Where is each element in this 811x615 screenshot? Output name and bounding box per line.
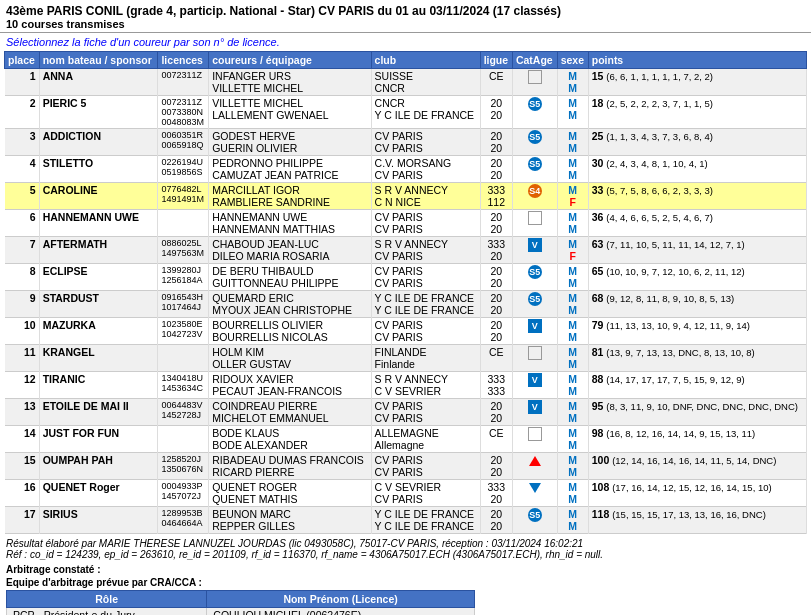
col-club: club	[371, 52, 480, 69]
ligue-cell: 333333	[480, 372, 512, 399]
points-cell: 15 (6, 6, 1, 1, 1, 1, 1, 7, 2, 2)	[588, 69, 806, 96]
place-cell: 10	[5, 318, 40, 345]
jury-body: PCP - Président-e du JuryCOULIOU MICHEL …	[7, 608, 475, 616]
ligue-cell: CE	[480, 345, 512, 372]
table-body: 1ANNA0072311ZINFANGER URSVILLETTE MICHEL…	[5, 69, 807, 534]
catage-cell: S5	[512, 264, 557, 291]
sex-cell: MM	[557, 291, 588, 318]
clubs-cell: CV PARISCV PARIS	[371, 264, 480, 291]
catage-cell: V	[512, 237, 557, 264]
sex-cell: MM	[557, 96, 588, 129]
catage-cell: S4	[512, 183, 557, 210]
boat-name: ANNA	[39, 69, 158, 96]
clubs-cell: SUISSECNCR	[371, 69, 480, 96]
catage-badge: S4	[528, 184, 542, 198]
boat-name: STILETTO	[39, 156, 158, 183]
boat-name: MAZURKA	[39, 318, 158, 345]
sailors-cell: HANNEMANN UWEHANNEMANN MATTHIAS	[209, 210, 371, 237]
ligue-cell: CE	[480, 426, 512, 453]
boat-name: ADDICTION	[39, 129, 158, 156]
ligue-cell: 33320	[480, 237, 512, 264]
catage-badge: S5	[528, 97, 542, 111]
catage-cell	[512, 480, 557, 507]
sailors-cell: BODE KLAUSBODE ALEXANDER	[209, 426, 371, 453]
page-title: 43ème PARIS CONIL (grade 4, particip. Na…	[6, 4, 805, 18]
licences-cell: 0886025L1497563M	[158, 237, 209, 264]
ligue-cell: 2020	[480, 318, 512, 345]
clubs-cell: ALLEMAGNEAllemagne	[371, 426, 480, 453]
clubs-cell: CV PARISCV PARIS	[371, 210, 480, 237]
place-cell: 3	[5, 129, 40, 156]
sailors-cell: GODEST HERVEGUERIN OLIVIER	[209, 129, 371, 156]
jury-table: Rôle Nom Prénom (Licence) PCP - Présiden…	[6, 590, 475, 615]
boat-name: PIERIC 5	[39, 96, 158, 129]
licences-cell	[158, 426, 209, 453]
licences-cell: 1258520J1350676N	[158, 453, 209, 480]
catage-badge: V	[528, 373, 542, 387]
licences-cell: 1399280J1256184A	[158, 264, 209, 291]
catage-badge	[528, 70, 542, 84]
table-row: 6HANNEMANN UWEHANNEMANN UWEHANNEMANN MAT…	[5, 210, 807, 237]
sex-cell: MM	[557, 210, 588, 237]
clubs-cell: Y C ILE DE FRANCEY C ILE DE FRANCE	[371, 507, 480, 534]
ligue-cell: CE	[480, 69, 512, 96]
licences-cell	[158, 210, 209, 237]
ligue-cell: 2020	[480, 507, 512, 534]
catage-badge: V	[528, 400, 542, 414]
place-cell: 16	[5, 480, 40, 507]
catage-cell	[512, 69, 557, 96]
clubs-cell: CNCRY C ILE DE FRANCE	[371, 96, 480, 129]
sailors-cell: VILLETTE MICHELLALLEMENT GWENAEL	[209, 96, 371, 129]
ligue-cell: 333112	[480, 183, 512, 210]
catage-cell: S5	[512, 129, 557, 156]
licences-cell: 0060351R0065918Q	[158, 129, 209, 156]
boat-name: AFTERMATH	[39, 237, 158, 264]
catage-cell: V	[512, 372, 557, 399]
place-cell: 8	[5, 264, 40, 291]
boat-name: OUMPAH PAH	[39, 453, 158, 480]
catage-badge: S5	[528, 292, 542, 306]
boat-name: CAROLINE	[39, 183, 158, 210]
points-cell: 30 (2, 4, 3, 4, 8, 1, 10, 4, 1)	[588, 156, 806, 183]
clubs-cell: CV PARISCV PARIS	[371, 453, 480, 480]
col-sailors: coureurs / équipage	[209, 52, 371, 69]
sailors-cell: CHABOUD JEAN-LUCDILEO MARIA ROSARIA	[209, 237, 371, 264]
sailors-cell: PEDRONNO PHILIPPECAMUZAT JEAN PATRICE	[209, 156, 371, 183]
sailors-cell: HOLM KIMOLLER GUSTAV	[209, 345, 371, 372]
sailors-cell: MARCILLAT IGORRAMBLIERE SANDRINE	[209, 183, 371, 210]
result-line: Résultat élaboré par MARIE THERESE LANNU…	[6, 538, 805, 549]
sailors-cell: RIDOUX XAVIERPECAUT JEAN-FRANCOIS	[209, 372, 371, 399]
points-cell: 25 (1, 1, 3, 4, 3, 7, 3, 6, 8, 4)	[588, 129, 806, 156]
sex-cell: MF	[557, 183, 588, 210]
licences-cell: 0226194U0519856S	[158, 156, 209, 183]
catage-cell: V	[512, 399, 557, 426]
equipe-title: Equipe d'arbitrage prévue par CRA/CCA :	[6, 577, 805, 588]
catage-cell: S5	[512, 291, 557, 318]
sailors-cell: INFANGER URSVILLETTE MICHEL	[209, 69, 371, 96]
place-cell: 14	[5, 426, 40, 453]
points-cell: 63 (7, 11, 10, 5, 11, 11, 14, 12, 7, 1)	[588, 237, 806, 264]
catage-badge	[529, 456, 541, 466]
table-row: 17SIRIUS1289953B0464664ABEUNON MARCREPPE…	[5, 507, 807, 534]
col-boat: nom bateau / sponsor	[39, 52, 158, 69]
catage-badge: V	[528, 238, 542, 252]
arbitrage-title: Arbitrage constaté :	[6, 564, 805, 575]
points-cell: 88 (14, 17, 17, 17, 7, 5, 15, 9, 12, 9)	[588, 372, 806, 399]
boat-name: KRANGEL	[39, 345, 158, 372]
table-row: 7AFTERMATH0886025L1497563MCHABOUD JEAN-L…	[5, 237, 807, 264]
points-cell: 100 (12, 14, 16, 14, 16, 14, 11, 5, 14, …	[588, 453, 806, 480]
jury-col-name: Nom Prénom (Licence)	[207, 591, 474, 608]
col-catage: CatAge	[512, 52, 557, 69]
ligue-cell: 2020	[480, 453, 512, 480]
catage-badge	[529, 483, 541, 493]
catage-badge: S5	[528, 130, 542, 144]
clubs-cell: Y C ILE DE FRANCEY C ILE DE FRANCE	[371, 291, 480, 318]
clubs-cell: C.V. MORSANGCV PARIS	[371, 156, 480, 183]
catage-badge: S5	[528, 508, 542, 522]
place-cell: 6	[5, 210, 40, 237]
ligue-cell: 2020	[480, 264, 512, 291]
sex-cell: MM	[557, 453, 588, 480]
clubs-cell: CV PARISCV PARIS	[371, 129, 480, 156]
ligue-cell: 2020	[480, 156, 512, 183]
sailors-cell: BEUNON MARCREPPER GILLES	[209, 507, 371, 534]
